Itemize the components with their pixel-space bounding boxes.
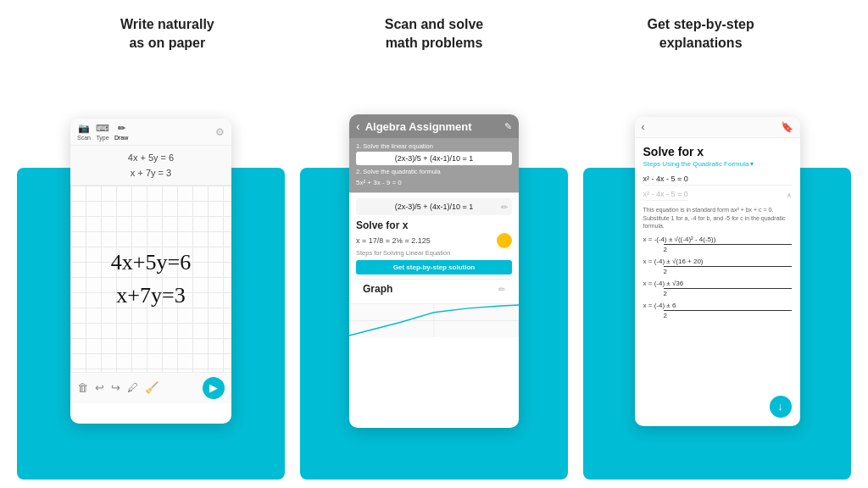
step-eq1: x² - 4x - 5 = 0 [643, 173, 792, 186]
assignment-title: Algebra Assignment [365, 120, 499, 133]
phone2-topbar: ‹ Algebra Assignment ✎ [349, 114, 519, 138]
bottom-icons: 🗑 ↩ ↪ 🖊 🧹 [77, 381, 159, 394]
solve-label: Solve for x [356, 219, 512, 231]
graph-svg [349, 304, 519, 337]
scroll-down-fab[interactable]: ↓ [770, 396, 792, 418]
steps-content: Solve for x Steps Using the Quadratic Fo… [635, 138, 800, 329]
solve-value-row: x = 17/8 = 2⅛ = 2.125 [356, 233, 512, 248]
typed-equations: 4x + 5y = 6 x + 7y = 3 [70, 146, 231, 185]
header-row: Write naturally as on paper Scan and sol… [0, 0, 868, 64]
hw-line1: 4x+5y=6 [111, 246, 191, 279]
typed-eq1: 4x + 5y = 6 [74, 151, 228, 166]
step-eq1-grayed: x² - 4x - 5 = 0 [643, 188, 688, 201]
fraction-step1: x = -(-4) ± √((-4)² - 4(-5)) 2 [643, 234, 792, 254]
handwriting-canvas[interactable]: 4x+5y=6 x+7y=3 [70, 186, 231, 372]
undo-icon[interactable]: ↩ [95, 381, 104, 394]
fraction-step4: x = (-4) ± 6 2 [643, 300, 792, 320]
handwriting-content: 4x+5y=6 x+7y=3 [111, 237, 191, 320]
phone-steps: ‹ 🔖 Solve for x Steps Using the Quadrati… [635, 117, 800, 426]
draw-btn[interactable]: ✏ Draw [114, 123, 128, 141]
camera-icon: 📷 [78, 123, 90, 134]
problem1-label: 1. Solve the linear equation [356, 142, 512, 150]
expand-icon[interactable]: ∧ [787, 191, 792, 199]
pencil-color-icon[interactable]: 🖊 [127, 381, 138, 394]
fraction-step2: x = (-4) ± √(16 + 20) 2 [643, 256, 792, 276]
toolbar-left: 📷 Scan ⌨ Type ✏ Draw [77, 123, 128, 141]
eraser-icon[interactable]: 🧹 [145, 381, 159, 394]
send-button[interactable]: ▶ [203, 377, 225, 399]
back-icon-3[interactable]: ‹ [642, 121, 645, 133]
panels-row: 📷 Scan ⌨ Type ✏ Draw ⚙ 4x + 5y = 6 [0, 64, 868, 488]
method-label: Steps Using the Quadratic Formula ▾ [643, 160, 792, 168]
type-icon: ⌨ [96, 123, 109, 134]
step-by-step-button[interactable]: Get step-by-step solution [356, 260, 512, 274]
graph-area [349, 303, 519, 337]
phone1-bottom: 🗑 ↩ ↪ 🖊 🧹 ▶ [70, 372, 231, 403]
phone-scan: ‹ Algebra Assignment ✎ 1. Solve the line… [349, 114, 519, 428]
solve-title: Solve for x [643, 145, 792, 158]
chevron-down-icon[interactable]: ▾ [750, 160, 754, 168]
phone1-toolbar: 📷 Scan ⌨ Type ✏ Draw ⚙ [70, 119, 231, 146]
explanation-text: This equation is in standard form ax² + … [643, 206, 792, 230]
graph-edit-icon[interactable]: ✏ [498, 285, 505, 294]
header-steps: Get step-by-step explanations [582, 15, 820, 53]
edit-icon[interactable]: ✎ [504, 121, 512, 132]
solve-section: (2x-3)/5 + (4x-1)/10 = 1 ✏ Solve for x x… [349, 192, 519, 303]
header-write: Write naturally as on paper [48, 15, 286, 53]
save-icon[interactable]: 🔖 [781, 121, 793, 133]
typed-eq2: x + 7y = 3 [74, 166, 228, 181]
eq-highlight: (2x-3)/5 + (4x-1)/10 = 1 [356, 152, 512, 165]
hw-line2: x+7y=3 [111, 279, 191, 312]
trash-icon[interactable]: 🗑 [77, 381, 88, 394]
panel-scan: ‹ Algebra Assignment ✎ 1. Solve the line… [300, 64, 568, 480]
graph-label: Graph [363, 283, 392, 295]
pencil-icon[interactable]: ✏ [501, 202, 508, 212]
settings-icon[interactable]: ⚙ [215, 126, 225, 138]
main-equation: (2x-3)/5 + (4x-1)/10 = 1 ✏ [356, 198, 512, 215]
panel-write: 📷 Scan ⌨ Type ✏ Draw ⚙ 4x + 5y = 6 [17, 64, 285, 480]
solve-value: x = 17/8 = 2⅛ = 2.125 [356, 236, 431, 245]
scan-btn[interactable]: 📷 Scan [77, 123, 91, 141]
back-icon[interactable]: ‹ [356, 119, 360, 133]
assignment-box: 1. Solve the linear equation (2x-3)/5 + … [349, 138, 519, 192]
problem2-label: 2. Solve the quadratic formula [356, 168, 512, 175]
redo-icon[interactable]: ↪ [111, 381, 120, 394]
header-scan: Scan and solve math problems [315, 15, 553, 53]
phone-write: 📷 Scan ⌨ Type ✏ Draw ⚙ 4x + 5y = 6 [70, 119, 231, 424]
yellow-dot [497, 233, 512, 248]
phone3-topbar: ‹ 🔖 [635, 117, 800, 138]
fraction-step3: x = (-4) ± √36 2 [643, 278, 792, 298]
eq-partial: 5x² + 3x - 9 = 0 [356, 177, 512, 188]
steps-label: Steps for Solving Linear Equation [356, 249, 512, 257]
draw-icon: ✏ [118, 123, 125, 134]
type-btn[interactable]: ⌨ Type [96, 123, 109, 141]
panel-steps: ‹ 🔖 Solve for x Steps Using the Quadrati… [583, 64, 851, 480]
graph-header: Graph ✏ [356, 279, 512, 298]
